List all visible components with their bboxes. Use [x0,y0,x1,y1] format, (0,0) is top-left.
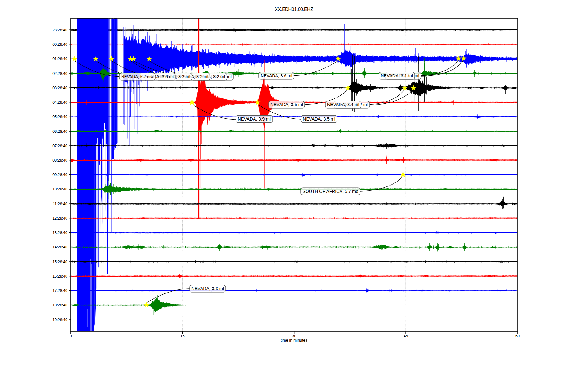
svg-text:NEVADA, 3.6 ml: NEVADA, 3.6 ml [261,73,292,78]
svg-text:NEVADA, 3.9 ml: NEVADA, 3.9 ml [238,117,271,121]
svg-text:08:28:40: 08:28:40 [52,158,67,163]
svg-text:09:28:40: 09:28:40 [52,173,67,177]
svg-text:00:28:40: 00:28:40 [52,42,67,47]
svg-text:30: 30 [292,334,296,338]
svg-text:18:28:40: 18:28:40 [52,303,67,307]
svg-text:19:28:40: 19:28:40 [52,318,67,322]
svg-text:NEVADA, 3.3 ml: NEVADA, 3.3 ml [191,286,224,291]
svg-text:SOUTH OF AFRICA, 5.7 mb: SOUTH OF AFRICA, 5.7 mb [303,189,358,194]
svg-text:02:28:40: 02:28:40 [52,71,67,76]
svg-text:time in minutes: time in minutes [281,338,307,343]
svg-text:01:28:40: 01:28:40 [52,57,67,61]
svg-text:0: 0 [70,334,72,338]
svg-text:12:28:40: 12:28:40 [52,216,67,220]
svg-text:45: 45 [404,334,408,338]
svg-text:05:28:40: 05:28:40 [52,115,67,119]
svg-text:10:28:40: 10:28:40 [52,187,67,191]
svg-text:NEVADA, 3.5 ml: NEVADA, 3.5 ml [303,117,335,121]
svg-text:NEVADA, 3.4 ml: NEVADA, 3.4 ml [327,102,359,107]
svg-text:16:28:40: 16:28:40 [52,274,67,278]
svg-text:NEVADA, 3.5 ml: NEVADA, 3.5 ml [270,102,303,107]
svg-text:06:28:40: 06:28:40 [52,129,67,134]
svg-text:15:28:40: 15:28:40 [52,260,67,264]
svg-text:03:28:40: 03:28:40 [52,86,67,90]
svg-text:XX.EDH01.00.EHZ: XX.EDH01.00.EHZ [275,6,313,12]
svg-text:60: 60 [515,334,520,338]
svg-text:15: 15 [180,334,185,338]
svg-text:NEVADA, 5.7 mw: NEVADA, 5.7 mw [121,74,154,79]
svg-text:13:28:40: 13:28:40 [52,231,67,235]
svg-text:04:28:40: 04:28:40 [52,100,67,105]
svg-text:11:28:40: 11:28:40 [53,202,67,206]
svg-text:07:28:40: 07:28:40 [52,144,67,148]
svg-text:NEVADA, 3.1 ml: NEVADA, 3.1 ml [381,73,413,78]
svg-text:23:28:40: 23:28:40 [52,28,67,32]
svg-text:14:28:40: 14:28:40 [52,245,67,249]
svg-text:17:28:40: 17:28:40 [52,289,67,293]
